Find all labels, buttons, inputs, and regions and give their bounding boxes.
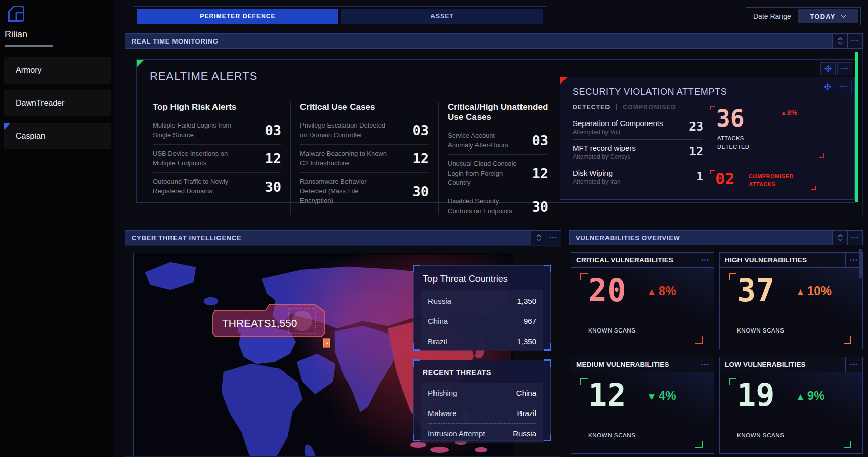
alert-columns: Top High Risk Alerts Multiple Failed Log… — [153, 102, 557, 215]
card-header: LOW VULNERABILITIES ••• — [720, 357, 862, 372]
trend-up-icon: ▲ — [647, 286, 657, 297]
alert-count: 30 — [532, 199, 548, 215]
tab-separator — [616, 104, 617, 110]
column-title: Critical Use Cases — [300, 102, 429, 112]
compromised-attacks-label: COMPROMISED ATTACKS — [749, 173, 809, 189]
delta-value: 10% — [807, 284, 832, 298]
vuln-count: 20 — [588, 275, 626, 306]
alert-label: Disabled Security Controls on Endpoints — [448, 197, 518, 215]
dots-glyph: ••• — [549, 235, 558, 240]
section-header-threat-intel: CYBER THREAT INTELLIGENCE ••• — [125, 230, 561, 245]
diamond-chevrons-icon — [837, 37, 843, 45]
rilian-logo-icon — [7, 4, 26, 23]
vuln-delta: ▼4% — [647, 389, 676, 403]
section-title: VULNERABILITIES OVERVIEW — [570, 234, 680, 242]
bracket-mark — [729, 273, 736, 280]
realtime-alerts-panel: ••• REALTIME ALERTS Top High Risk Alerts… — [136, 59, 855, 203]
violation-tabs: DETECTED COMPROMISED — [573, 104, 676, 111]
sidebar-item-label: Armory — [16, 66, 42, 75]
delta-value: 8% — [787, 109, 797, 117]
tab-perimeter-defence[interactable]: PERIMETER DEFENCE — [137, 9, 338, 24]
scrollbar-thumb[interactable] — [855, 52, 858, 202]
collapse-expand-icon[interactable] — [531, 231, 546, 245]
corner-bracket — [544, 434, 551, 441]
alert-row: USB Device Insertions on Multiple Endpoi… — [153, 144, 281, 173]
vuln-delta: ▲9% — [796, 389, 825, 403]
alert-count: 30 — [412, 184, 429, 199]
corner-bracket — [413, 343, 420, 351]
threat-row: Intrusion Attempt Russia — [428, 423, 536, 443]
section-title: CYBER THREAT INTELLIGENCE — [125, 234, 241, 242]
country-name: Brazil — [428, 337, 447, 346]
collapse-expand-icon[interactable] — [832, 231, 847, 245]
alert-label: Outbound Traffic to Newly Registered Dom… — [153, 177, 243, 196]
threat-type: Malware — [428, 409, 457, 418]
country-row: Brazil 1,350 — [428, 331, 536, 351]
sidebar-item-caspian[interactable]: Caspian — [4, 123, 111, 149]
recent-threats-panel: RECENT THREATS Phishing China Malware Br… — [413, 360, 551, 441]
section-title: REAL TIME MONITORING — [125, 37, 219, 45]
more-menu-icon[interactable]: ••• — [837, 80, 852, 93]
alert-count: 30 — [265, 179, 281, 195]
title-divider-accent — [5, 45, 53, 47]
vuln-label: KNOWN SCANS — [588, 327, 636, 334]
bracket-mark — [811, 186, 816, 190]
country-row: China 967 — [428, 311, 536, 331]
scrollbar-thumb[interactable] — [859, 249, 862, 278]
alert-label: Unusual Cloud Console Login from Foreign… — [448, 159, 518, 188]
card-title: CRITICAL VULNERABILITIES — [571, 256, 673, 264]
collapse-expand-icon[interactable] — [832, 34, 847, 48]
more-menu-icon[interactable]: ••• — [847, 231, 862, 245]
violation-label: Separation of Components — [573, 119, 703, 128]
move-panel-icon[interactable] — [820, 80, 835, 93]
sidebar: Rilian Armory DawnTreader Caspian — [0, 0, 114, 457]
sidebar-item-label: DawnTreader — [16, 99, 64, 108]
alert-row: Disabled Security Controls on Endpoints … — [448, 192, 548, 215]
dots-glyph: ••• — [851, 235, 859, 240]
threats-label: THREATS — [222, 317, 271, 329]
sidebar-item-dawntreader[interactable]: DawnTreader — [4, 90, 111, 116]
column-title: Critical/High Unattended Use Cases — [448, 102, 548, 122]
country-count: 1,350 — [517, 297, 536, 305]
more-menu-icon[interactable]: ••• — [845, 357, 862, 372]
map-marker[interactable] — [323, 339, 330, 347]
alert-row: Malware Beaconing to Known C2 Infrastruc… — [300, 144, 429, 173]
card-header: CRITICAL VULNERABILITIES ••• — [571, 253, 714, 268]
date-range-value: TODAY — [810, 13, 835, 20]
threat-origin: Russia — [513, 429, 536, 438]
corner-bracket — [544, 343, 551, 351]
tab-compromised[interactable]: COMPROMISED — [623, 104, 676, 111]
delta-value: 4% — [659, 389, 676, 402]
threat-row: Phishing China — [428, 383, 536, 403]
bracket-mark — [844, 336, 851, 344]
panel-title: REALTIME ALERTS — [150, 70, 257, 83]
critical-vulnerabilities-card: CRITICAL VULNERABILITIES ••• 20 ▲8% KNOW… — [571, 252, 714, 349]
corner-bracket — [413, 434, 420, 441]
diamond-chevrons-icon — [536, 234, 542, 242]
sidebar-item-armory[interactable]: Armory — [4, 57, 111, 84]
violation-sub: Attempted by Iran — [573, 178, 703, 185]
more-menu-icon[interactable]: ••• — [697, 253, 714, 267]
date-range-dropdown[interactable]: TODAY — [798, 9, 858, 23]
chevron-down-icon — [841, 15, 846, 18]
high-vulnerabilities-card: HIGH VULNERABILITIES ••• 37 ▲10% KNOWN S… — [719, 252, 863, 349]
more-menu-icon[interactable]: ••• — [697, 357, 714, 372]
panel-corner-flag — [137, 60, 144, 67]
compromised-attacks-value: 02 — [715, 171, 735, 187]
date-range-label: Date Range — [753, 12, 791, 20]
move-panel-icon[interactable] — [820, 62, 836, 75]
main-content: PERIMETER DEFENCE ASSET Date Range TODAY… — [114, 0, 868, 457]
card-header: HIGH VULNERABILITIES ••• — [720, 253, 862, 268]
recent-threat-list: Phishing China Malware Brazil Intrusion … — [421, 383, 543, 443]
more-menu-icon[interactable]: ••• — [847, 34, 862, 48]
tab-asset[interactable]: ASSET — [341, 9, 543, 24]
tab-detected[interactable]: DETECTED — [573, 104, 610, 111]
more-menu-icon[interactable]: ••• — [546, 231, 561, 245]
delta-value: 9% — [807, 389, 825, 402]
dots-glyph: ••• — [850, 362, 858, 367]
section-header-vulnerabilities: VULNERABILITIES OVERVIEW ••• — [569, 230, 863, 245]
alert-label: Privilege Escalation Detected on Domain … — [300, 121, 390, 140]
dots-glyph: ••• — [701, 362, 710, 367]
violation-row: Separation of Components Attempted by Vo… — [573, 115, 703, 139]
more-menu-icon[interactable]: ••• — [837, 62, 852, 75]
